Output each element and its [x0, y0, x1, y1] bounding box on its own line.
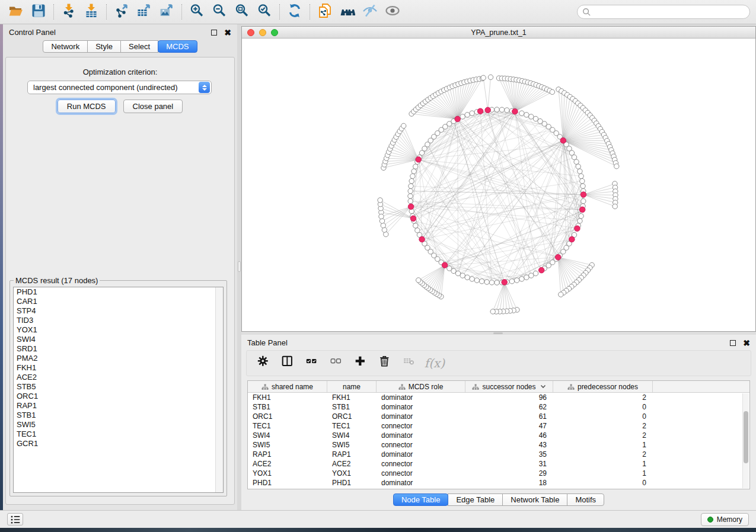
table-row[interactable]: STB1STB1dominator620: [248, 402, 749, 412]
table-cell[interactable]: 2: [553, 393, 653, 402]
export-image-button[interactable]: [155, 2, 178, 21]
table-row[interactable]: PHD1PHD1dominator180: [248, 478, 749, 488]
vertical-splitter-handle[interactable]: [238, 261, 241, 272]
refresh-button[interactable]: [283, 2, 306, 21]
table-cell[interactable]: 47: [465, 422, 553, 430]
close-panel-icon[interactable]: ✖: [224, 30, 231, 36]
add-button[interactable]: [351, 353, 371, 373]
window-maximize-icon[interactable]: [271, 29, 278, 36]
float-table-panel-icon[interactable]: [730, 340, 736, 346]
table-cell[interactable]: 2: [553, 450, 653, 459]
table-cell[interactable]: SWI5: [248, 441, 327, 449]
table-cell[interactable]: PHD1: [248, 479, 327, 487]
import-network-button[interactable]: [58, 2, 80, 21]
save-button[interactable]: [27, 2, 50, 21]
export-network-button[interactable]: [110, 2, 133, 21]
table-cell[interactable]: dominator: [377, 479, 465, 487]
memory-button[interactable]: Memory: [701, 513, 749, 526]
table-cell[interactable]: ACE2: [327, 460, 377, 468]
table-cell[interactable]: TEC1: [327, 422, 377, 430]
table-row[interactable]: SWI4SWI4dominator462: [248, 431, 749, 440]
mcds-result-item[interactable]: TID3: [14, 316, 223, 325]
vertical-splitter[interactable]: [237, 24, 241, 510]
zoom-in-button[interactable]: [186, 2, 208, 21]
network-canvas[interactable]: [242, 39, 755, 331]
zoom-selected-button[interactable]: [253, 2, 276, 21]
table-cell[interactable]: dominator: [377, 431, 465, 440]
table-cell[interactable]: 1: [553, 441, 653, 449]
tab-style[interactable]: Style: [87, 40, 121, 53]
open-button[interactable]: [5, 2, 27, 21]
table-cell[interactable]: 18: [465, 479, 553, 487]
table-tab-edge-table[interactable]: Edge Table: [448, 493, 503, 506]
table-cell[interactable]: connector: [377, 460, 465, 468]
table-cell[interactable]: 96: [465, 393, 553, 402]
mcds-result-item[interactable]: PHD1: [14, 287, 223, 297]
mcds-result-item[interactable]: GCR1: [14, 439, 223, 448]
table-cell[interactable]: 2: [553, 431, 653, 440]
mcds-result-item[interactable]: ORC1: [14, 392, 223, 401]
table-cell[interactable]: SWI4: [248, 431, 327, 440]
table-row[interactable]: ACE2ACE2connector311: [248, 459, 749, 469]
table-cell[interactable]: ORC1: [248, 412, 327, 421]
horizontal-splitter-handle[interactable]: [493, 332, 503, 334]
settings-button[interactable]: [254, 353, 274, 373]
mcds-result-item[interactable]: ACE2: [14, 373, 223, 382]
table-cell[interactable]: 1: [553, 460, 653, 468]
delete-button[interactable]: [375, 353, 395, 373]
table-cell[interactable]: dominator: [377, 393, 465, 402]
table-cell[interactable]: connector: [377, 422, 465, 430]
table-cell[interactable]: STB1: [248, 403, 327, 411]
table-row[interactable]: FKH1FKH1dominator962: [248, 393, 749, 402]
tab-select[interactable]: Select: [120, 40, 158, 53]
mcds-result-item[interactable]: STB5: [14, 382, 223, 392]
table-cell[interactable]: 35: [465, 450, 553, 459]
deselect-all-button[interactable]: [327, 353, 347, 373]
table-cell[interactable]: ORC1: [327, 412, 377, 421]
table-cell[interactable]: 61: [465, 412, 553, 421]
table-cell[interactable]: 29: [465, 469, 553, 477]
network-graph[interactable]: [242, 39, 755, 331]
table-cell[interactable]: YOX1: [327, 469, 377, 477]
table-cell[interactable]: 0: [553, 479, 653, 487]
table-cell[interactable]: TEC1: [248, 422, 327, 430]
zoom-out-button[interactable]: [208, 2, 231, 21]
table-cell[interactable]: 46: [465, 431, 553, 440]
table-cell[interactable]: 31: [465, 460, 553, 468]
zoom-fit-button[interactable]: [231, 2, 253, 21]
table-row[interactable]: ORC1ORC1dominator610: [248, 412, 749, 421]
table-cell[interactable]: PHD1: [327, 479, 377, 487]
table-tab-node-table[interactable]: Node Table: [393, 493, 449, 506]
hide-selected-button[interactable]: [359, 2, 381, 21]
search-field[interactable]: [577, 5, 750, 19]
float-panel-icon[interactable]: [211, 30, 217, 36]
table-cell[interactable]: STB1: [327, 403, 377, 411]
binoculars-button[interactable]: [336, 2, 359, 21]
network-window-titlebar[interactable]: YPA_prune.txt_1: [242, 27, 755, 39]
mcds-result-item[interactable]: SWI4: [14, 335, 223, 344]
column-header-MCDS-role[interactable]: MCDS role: [377, 381, 465, 392]
table-cell[interactable]: 0: [553, 403, 653, 411]
window-close-icon[interactable]: [247, 29, 254, 36]
table-cell[interactable]: RAP1: [248, 450, 327, 459]
table-tab-network-table[interactable]: Network Table: [502, 493, 567, 506]
mcds-result-item[interactable]: STP4: [14, 306, 223, 316]
table-cell[interactable]: dominator: [377, 450, 465, 459]
close-panel-button[interactable]: Close panel: [123, 100, 183, 113]
table-cell[interactable]: dominator: [377, 403, 465, 411]
mcds-list-scrollbar[interactable]: [215, 287, 223, 492]
mcds-result-item[interactable]: RAP1: [14, 401, 223, 411]
show-columns-button[interactable]: [278, 353, 298, 373]
mcds-result-item[interactable]: SWI5: [14, 420, 223, 430]
column-header-shared-name[interactable]: shared name: [248, 381, 327, 392]
select-all-button[interactable]: [302, 353, 323, 373]
criterion-dropdown[interactable]: largest connected component (undirected): [27, 81, 212, 94]
mcds-result-item[interactable]: CAR1: [14, 297, 223, 306]
node-table-scrollbar[interactable]: [742, 393, 749, 488]
import-table-button[interactable]: [80, 2, 103, 21]
table-cell[interactable]: SWI4: [327, 431, 377, 440]
table-tab-motifs[interactable]: Motifs: [567, 493, 604, 506]
close-table-panel-icon[interactable]: ✖: [743, 340, 750, 346]
tab-network[interactable]: Network: [43, 40, 88, 53]
table-cell[interactable]: connector: [377, 469, 465, 477]
